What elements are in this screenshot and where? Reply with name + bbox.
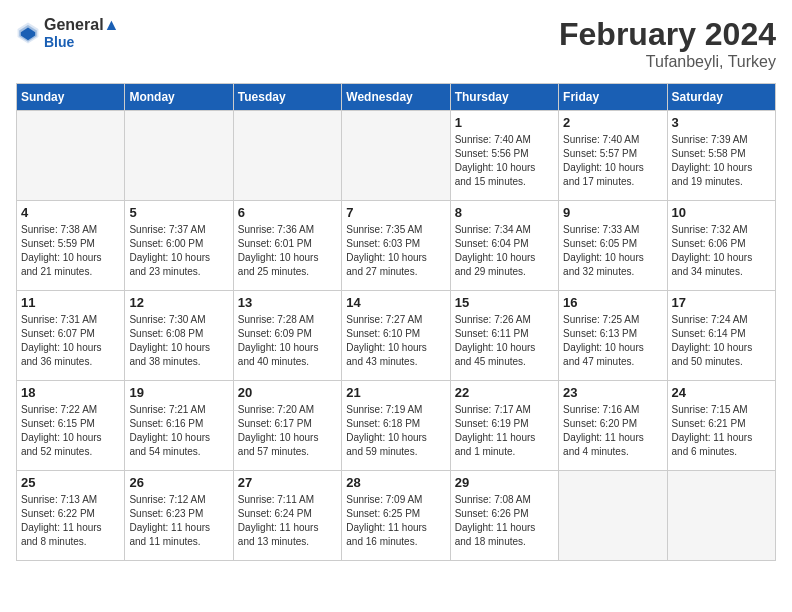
calendar-cell: 2Sunrise: 7:40 AMSunset: 5:57 PMDaylight… <box>559 111 667 201</box>
day-number: 21 <box>346 385 445 400</box>
col-header-monday: Monday <box>125 84 233 111</box>
calendar-cell: 12Sunrise: 7:30 AMSunset: 6:08 PMDayligh… <box>125 291 233 381</box>
calendar-cell: 6Sunrise: 7:36 AMSunset: 6:01 PMDaylight… <box>233 201 341 291</box>
day-number: 2 <box>563 115 662 130</box>
day-number: 18 <box>21 385 120 400</box>
calendar-cell: 3Sunrise: 7:39 AMSunset: 5:58 PMDaylight… <box>667 111 775 201</box>
day-info: Sunrise: 7:34 AMSunset: 6:04 PMDaylight:… <box>455 223 554 279</box>
day-info: Sunrise: 7:08 AMSunset: 6:26 PMDaylight:… <box>455 493 554 549</box>
calendar-cell: 22Sunrise: 7:17 AMSunset: 6:19 PMDayligh… <box>450 381 558 471</box>
day-number: 5 <box>129 205 228 220</box>
logo-text: General▲ Blue <box>44 16 119 50</box>
day-number: 14 <box>346 295 445 310</box>
day-number: 4 <box>21 205 120 220</box>
calendar-cell: 27Sunrise: 7:11 AMSunset: 6:24 PMDayligh… <box>233 471 341 561</box>
day-info: Sunrise: 7:15 AMSunset: 6:21 PMDaylight:… <box>672 403 771 459</box>
calendar-header-row: SundayMondayTuesdayWednesdayThursdayFrid… <box>17 84 776 111</box>
title-area: February 2024 Tufanbeyli, Turkey <box>559 16 776 71</box>
day-info: Sunrise: 7:39 AMSunset: 5:58 PMDaylight:… <box>672 133 771 189</box>
calendar-cell: 9Sunrise: 7:33 AMSunset: 6:05 PMDaylight… <box>559 201 667 291</box>
day-info: Sunrise: 7:30 AMSunset: 6:08 PMDaylight:… <box>129 313 228 369</box>
calendar-cell: 17Sunrise: 7:24 AMSunset: 6:14 PMDayligh… <box>667 291 775 381</box>
calendar-cell: 1Sunrise: 7:40 AMSunset: 5:56 PMDaylight… <box>450 111 558 201</box>
col-header-sunday: Sunday <box>17 84 125 111</box>
day-number: 28 <box>346 475 445 490</box>
day-number: 1 <box>455 115 554 130</box>
calendar-cell: 18Sunrise: 7:22 AMSunset: 6:15 PMDayligh… <box>17 381 125 471</box>
day-info: Sunrise: 7:25 AMSunset: 6:13 PMDaylight:… <box>563 313 662 369</box>
day-info: Sunrise: 7:17 AMSunset: 6:19 PMDaylight:… <box>455 403 554 459</box>
day-number: 24 <box>672 385 771 400</box>
day-info: Sunrise: 7:26 AMSunset: 6:11 PMDaylight:… <box>455 313 554 369</box>
calendar-cell: 13Sunrise: 7:28 AMSunset: 6:09 PMDayligh… <box>233 291 341 381</box>
calendar-cell: 24Sunrise: 7:15 AMSunset: 6:21 PMDayligh… <box>667 381 775 471</box>
day-info: Sunrise: 7:33 AMSunset: 6:05 PMDaylight:… <box>563 223 662 279</box>
day-info: Sunrise: 7:40 AMSunset: 5:56 PMDaylight:… <box>455 133 554 189</box>
col-header-thursday: Thursday <box>450 84 558 111</box>
day-number: 10 <box>672 205 771 220</box>
calendar-cell: 10Sunrise: 7:32 AMSunset: 6:06 PMDayligh… <box>667 201 775 291</box>
day-info: Sunrise: 7:09 AMSunset: 6:25 PMDaylight:… <box>346 493 445 549</box>
calendar-cell: 26Sunrise: 7:12 AMSunset: 6:23 PMDayligh… <box>125 471 233 561</box>
calendar-cell: 25Sunrise: 7:13 AMSunset: 6:22 PMDayligh… <box>17 471 125 561</box>
day-number: 13 <box>238 295 337 310</box>
page-header: General▲ Blue February 2024 Tufanbeyli, … <box>16 16 776 71</box>
day-info: Sunrise: 7:20 AMSunset: 6:17 PMDaylight:… <box>238 403 337 459</box>
day-number: 17 <box>672 295 771 310</box>
day-info: Sunrise: 7:27 AMSunset: 6:10 PMDaylight:… <box>346 313 445 369</box>
calendar-cell: 20Sunrise: 7:20 AMSunset: 6:17 PMDayligh… <box>233 381 341 471</box>
calendar-cell: 14Sunrise: 7:27 AMSunset: 6:10 PMDayligh… <box>342 291 450 381</box>
day-number: 8 <box>455 205 554 220</box>
day-info: Sunrise: 7:31 AMSunset: 6:07 PMDaylight:… <box>21 313 120 369</box>
calendar-cell: 21Sunrise: 7:19 AMSunset: 6:18 PMDayligh… <box>342 381 450 471</box>
col-header-tuesday: Tuesday <box>233 84 341 111</box>
day-number: 11 <box>21 295 120 310</box>
day-info: Sunrise: 7:12 AMSunset: 6:23 PMDaylight:… <box>129 493 228 549</box>
day-number: 15 <box>455 295 554 310</box>
day-number: 12 <box>129 295 228 310</box>
day-info: Sunrise: 7:32 AMSunset: 6:06 PMDaylight:… <box>672 223 771 279</box>
day-number: 16 <box>563 295 662 310</box>
calendar-cell: 5Sunrise: 7:37 AMSunset: 6:00 PMDaylight… <box>125 201 233 291</box>
calendar-week-row: 4Sunrise: 7:38 AMSunset: 5:59 PMDaylight… <box>17 201 776 291</box>
day-number: 7 <box>346 205 445 220</box>
calendar-cell: 23Sunrise: 7:16 AMSunset: 6:20 PMDayligh… <box>559 381 667 471</box>
day-info: Sunrise: 7:11 AMSunset: 6:24 PMDaylight:… <box>238 493 337 549</box>
logo-icon <box>16 21 40 45</box>
day-info: Sunrise: 7:19 AMSunset: 6:18 PMDaylight:… <box>346 403 445 459</box>
day-info: Sunrise: 7:40 AMSunset: 5:57 PMDaylight:… <box>563 133 662 189</box>
day-info: Sunrise: 7:22 AMSunset: 6:15 PMDaylight:… <box>21 403 120 459</box>
day-number: 20 <box>238 385 337 400</box>
day-number: 19 <box>129 385 228 400</box>
calendar-cell: 29Sunrise: 7:08 AMSunset: 6:26 PMDayligh… <box>450 471 558 561</box>
day-info: Sunrise: 7:13 AMSunset: 6:22 PMDaylight:… <box>21 493 120 549</box>
day-info: Sunrise: 7:24 AMSunset: 6:14 PMDaylight:… <box>672 313 771 369</box>
calendar-cell: 15Sunrise: 7:26 AMSunset: 6:11 PMDayligh… <box>450 291 558 381</box>
col-header-wednesday: Wednesday <box>342 84 450 111</box>
calendar-week-row: 1Sunrise: 7:40 AMSunset: 5:56 PMDaylight… <box>17 111 776 201</box>
day-number: 3 <box>672 115 771 130</box>
calendar-week-row: 11Sunrise: 7:31 AMSunset: 6:07 PMDayligh… <box>17 291 776 381</box>
day-info: Sunrise: 7:37 AMSunset: 6:00 PMDaylight:… <box>129 223 228 279</box>
calendar-cell: 28Sunrise: 7:09 AMSunset: 6:25 PMDayligh… <box>342 471 450 561</box>
calendar-week-row: 25Sunrise: 7:13 AMSunset: 6:22 PMDayligh… <box>17 471 776 561</box>
calendar-cell: 8Sunrise: 7:34 AMSunset: 6:04 PMDaylight… <box>450 201 558 291</box>
day-info: Sunrise: 7:35 AMSunset: 6:03 PMDaylight:… <box>346 223 445 279</box>
day-info: Sunrise: 7:36 AMSunset: 6:01 PMDaylight:… <box>238 223 337 279</box>
calendar-cell <box>667 471 775 561</box>
day-number: 25 <box>21 475 120 490</box>
day-number: 27 <box>238 475 337 490</box>
day-number: 22 <box>455 385 554 400</box>
day-info: Sunrise: 7:28 AMSunset: 6:09 PMDaylight:… <box>238 313 337 369</box>
calendar-cell <box>233 111 341 201</box>
day-info: Sunrise: 7:38 AMSunset: 5:59 PMDaylight:… <box>21 223 120 279</box>
col-header-saturday: Saturday <box>667 84 775 111</box>
calendar-cell: 4Sunrise: 7:38 AMSunset: 5:59 PMDaylight… <box>17 201 125 291</box>
col-header-friday: Friday <box>559 84 667 111</box>
month-title: February 2024 <box>559 16 776 53</box>
day-info: Sunrise: 7:21 AMSunset: 6:16 PMDaylight:… <box>129 403 228 459</box>
calendar-cell <box>17 111 125 201</box>
calendar-table: SundayMondayTuesdayWednesdayThursdayFrid… <box>16 83 776 561</box>
day-number: 9 <box>563 205 662 220</box>
calendar-cell <box>342 111 450 201</box>
